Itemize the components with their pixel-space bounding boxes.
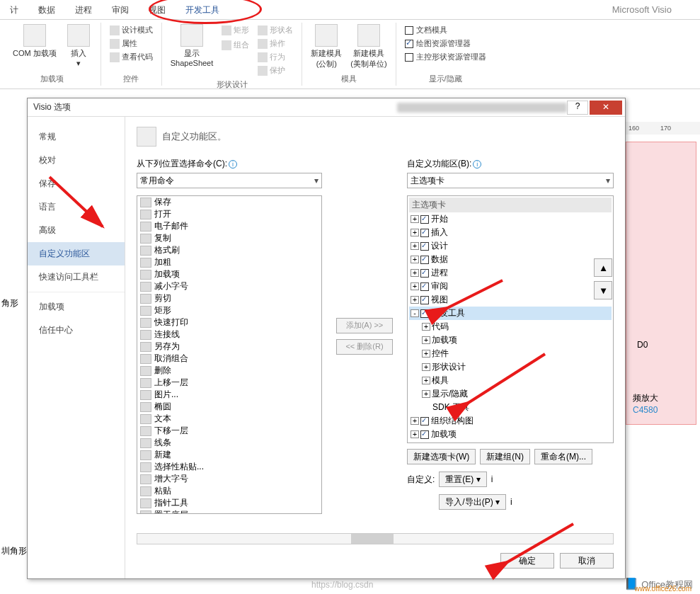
tree-item[interactable]: +组织结构图 [409,414,612,428]
tab-developer[interactable]: 开发工具 [176,0,229,19]
shapesheet-button[interactable]: 显示ShapeSheet [166,23,218,69]
ok-button[interactable]: 确定 [500,553,554,569]
behave-button[interactable]: 行为 [255,51,296,63]
tree-item[interactable]: +审阅 [409,280,612,293]
nav-save[interactable]: 保存 [28,172,125,195]
list-item[interactable]: 文本 [137,413,321,425]
move-down-button[interactable]: ▼ [594,281,612,299]
list-item[interactable]: 电子邮件 [137,220,321,232]
list-item[interactable]: 新建 [137,449,321,461]
new-stencil-metric-button[interactable]: 新建模具 (公制) [306,23,346,71]
tab-process[interactable]: 进程 [65,0,102,19]
list-item[interactable]: 取消组合 [137,353,321,365]
tree-item[interactable]: +模具 [409,374,612,387]
tabs-dropdown[interactable]: 主选项卡 [407,173,614,188]
info-icon[interactable]: i [229,160,237,169]
tab-data[interactable]: 数据 [28,0,65,19]
list-item[interactable]: 指针工具 [137,497,321,509]
list-item[interactable]: 线条 [137,437,321,449]
list-item[interactable]: 快速打印 [137,316,321,329]
list-item[interactable]: 增大字号 [137,473,321,485]
tab-review[interactable]: 审阅 [102,0,139,19]
properties-button[interactable]: 属性 [107,38,156,50]
new-tab-button[interactable]: 新建选项卡(W) [407,449,476,464]
checkbox[interactable] [420,229,429,237]
shapename-button[interactable]: 形状名 [255,24,296,36]
tab-ji[interactable]: 计 [0,0,28,19]
nav-trust[interactable]: 信任中心 [28,319,125,342]
nav-customize-ribbon[interactable]: 自定义功能区 [28,242,125,265]
expand-icon[interactable]: + [411,215,419,223]
list-item[interactable]: 椭圆 [137,401,321,413]
close-button[interactable]: ✕ [590,101,622,115]
tree-item[interactable]: +数据 [409,253,612,266]
list-item[interactable]: 选择性粘贴... [137,461,321,473]
list-item[interactable]: 矩形 [137,304,321,316]
expand-icon[interactable]: + [422,377,430,384]
checkbox[interactable] [420,256,429,264]
nav-advanced[interactable]: 高级 [28,219,125,242]
dialog-titlebar[interactable]: Visio 选项 ? ✕ [28,98,625,117]
list-item[interactable]: 复制 [137,232,321,244]
commands-dropdown[interactable]: 常用命令 [137,173,322,188]
tree-item[interactable]: +控件 [409,347,612,360]
operate-button[interactable]: 操作 [255,38,296,50]
tree-item[interactable]: +设计 [409,239,612,253]
list-item[interactable]: 剪切 [137,292,321,304]
expand-icon[interactable]: + [411,430,419,438]
ribbon-tree[interactable]: 主选项卡 +开始+插入+设计+数据+进程+审阅+视图-开发工具+代码+加载项+控… [407,195,614,443]
rect-button[interactable]: 矩形 [219,24,252,36]
view-code-button[interactable]: 查看代码 [107,51,156,63]
nav-general[interactable]: 常规 [28,125,125,149]
insert-button[interactable]: 插入▾ [61,23,96,69]
tree-item[interactable]: +加载项 [409,333,612,347]
tree-item[interactable]: +进程 [409,266,612,280]
remove-button[interactable]: << 删除(R) [336,339,393,355]
checkbox[interactable] [420,282,429,291]
expand-icon[interactable]: + [422,350,430,358]
checkbox[interactable] [420,269,429,278]
list-item[interactable]: 连接线 [137,329,321,341]
expand-icon[interactable]: + [411,269,419,277]
cancel-button[interactable]: 取消 [560,553,614,569]
horizontal-scrollbar[interactable] [137,533,614,544]
drawing-mgr-check[interactable]: 绘图资源管理器 [402,38,489,50]
checkbox[interactable] [420,296,429,304]
tree-item[interactable]: +模具 [409,441,612,443]
checkbox[interactable] [420,309,429,318]
nav-qat[interactable]: 快速访问工具栏 [28,265,125,289]
expand-icon[interactable]: + [411,417,419,425]
list-item[interactable]: 加载项 [137,268,321,280]
list-item[interactable]: 加粗 [137,256,321,268]
tab-view[interactable]: 视图 [139,0,176,19]
new-group-button[interactable]: 新建组(N) [480,449,530,464]
list-item[interactable]: 格式刷 [137,244,321,256]
expand-icon[interactable]: + [411,229,419,236]
com-addins-button[interactable]: COM 加载项 [8,23,61,60]
design-mode-button[interactable]: 设计模式 [107,24,156,36]
add-button[interactable]: 添加(A) >> [336,318,393,333]
tree-item[interactable]: +开始 [409,212,612,226]
tree-item[interactable]: -开发工具 [409,307,612,320]
expand-icon[interactable]: + [422,323,430,331]
tree-item[interactable]: +加载项 [409,428,612,441]
doc-stencil-check[interactable]: 文档模具 [402,24,489,36]
info-icon[interactable]: i [491,474,493,484]
checkbox[interactable] [420,215,429,224]
rename-button[interactable]: 重命名(M)... [534,449,592,464]
checkbox[interactable] [420,417,429,425]
list-item[interactable]: 上移一层 [137,377,321,389]
list-item[interactable]: 减小字号 [137,280,321,292]
tree-item[interactable]: +视图 [409,293,612,307]
help-button[interactable]: ? [567,101,588,115]
list-item[interactable]: 下移一层 [137,425,321,437]
reset-button[interactable]: 重置(E) ▾ [439,472,486,487]
list-item[interactable]: 粘贴 [137,485,321,497]
tree-item[interactable]: +形状设计 [409,360,612,374]
info-icon[interactable]: i [473,160,481,169]
list-item[interactable]: 打开 [137,208,321,220]
tree-item[interactable]: +插入 [409,226,612,239]
commands-listbox[interactable]: 保存打开电子邮件复制格式刷加粗加载项减小字号剪切矩形快速打印连接线另存为取消组合… [137,195,322,514]
new-stencil-us-button[interactable]: 新建模具 (美制单位) [346,23,391,71]
tree-item[interactable]: +显示/隐藏 [409,387,612,401]
